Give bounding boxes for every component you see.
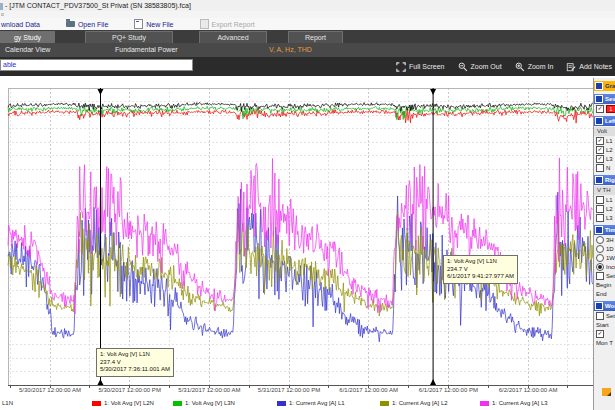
open-file-button[interactable]: Open File [66,21,108,28]
checkbox-icon[interactable]: ✓ [596,330,604,338]
time-range-3h-radio[interactable]: 3H [594,235,615,244]
radio-label: Incr [606,264,615,270]
sidebar-header-graph[interactable]: Grap [594,81,615,91]
subtab-calendar-view[interactable]: Calendar View [5,43,50,57]
checkbox-icon[interactable]: ✓ [596,155,604,163]
checkbox-icon[interactable] [596,272,604,280]
working-set-checkbox[interactable]: Set: [594,311,615,320]
checkbox-label: Set: [606,273,615,279]
tooltip-value: 237.4 V [100,359,170,367]
left-axis-l3-checkbox[interactable]: ✓L3 [594,154,615,163]
checkbox-label: L1 [606,138,613,144]
sidebar-header-right-axis[interactable]: Righ [594,175,615,185]
checkbox-label: N [606,165,610,171]
legend-label: L1N [2,400,13,406]
section-collapse-icon[interactable] [595,176,603,184]
right-axis-l1-checkbox[interactable]: L1 [594,195,615,204]
tab-energy-study[interactable]: gy Study [0,31,55,43]
checkbox-icon[interactable] [596,196,604,204]
clipped-menu-icon: o [0,11,4,17]
subtab-v-a-hz-thd[interactable]: V, A, Hz, THD [269,43,312,57]
chart-legend: L1N1: Volt Avg [V] L2N1: Volt Avg [V] L3… [0,397,612,410]
time-series-plot[interactable] [0,76,594,388]
sidebar-header-time-frame[interactable]: Time [594,225,615,235]
time-range-1w-radio[interactable]: 1W [594,253,615,262]
time-set-checkbox[interactable]: Set: [594,271,615,280]
checkbox-label: L1 [606,197,613,203]
sidebar-panel: GrapSess✓1LeftVolt✓L1✓L2✓L3NRighV THL1L2… [594,81,615,347]
subtab-fundamental-power[interactable]: Fundamental Power [115,43,178,57]
sidebar-header-sessions[interactable]: Sess [594,94,615,104]
left-axis-l2-checkbox[interactable]: ✓L2 [594,145,615,154]
right-axis-l2-checkbox[interactable]: L2 [594,204,615,213]
legend-swatch [480,401,489,406]
legend-item[interactable]: 1: Current Avg [A] L1 [277,400,345,406]
section-collapse-icon[interactable] [595,82,603,90]
radio-icon[interactable] [596,254,604,262]
legend-swatch [173,401,182,406]
add-notes-icon [566,62,576,72]
tooltip-timestamp: 5/30/2017 7:36:11.001 AM [100,366,170,374]
tab-advanced[interactable]: Advanced [199,31,267,43]
radio-label: 3H [606,237,614,243]
section-collapse-icon[interactable] [595,117,603,125]
export-report-button[interactable]: Export Report [200,19,255,29]
legend-swatch [277,401,286,406]
time-range-incr-radio[interactable]: Incr [594,262,615,271]
sidebar-header-working-hours[interactable]: Work [594,301,615,311]
main-tab-bar: gy Study PQ+ Study Advanced Report [0,30,615,43]
download-data-button[interactable]: wnload Data [1,21,40,28]
new-file-button[interactable]: New File [134,19,173,29]
right-axis-l3-checkbox[interactable]: L3 [594,213,615,222]
legend-item[interactable]: 1: Current Avg [A] L3 [480,400,548,406]
legend-swatch [380,401,389,406]
note-marker-icon[interactable] [602,388,611,396]
left-axis-l1-checkbox[interactable]: ✓L1 [594,136,615,145]
checkbox-icon[interactable]: ✓ [596,146,604,154]
session-1-checkbox[interactable]: ✓1 [594,104,615,113]
checkbox-label: L2 [606,147,613,153]
working-days-checkbox[interactable]: ✓ [594,329,615,338]
zoom-out-button[interactable]: Zoom Out [458,62,502,72]
title-bar: - [JTM CONTACT_PDV37500_St Privat (SN 38… [0,0,615,11]
x-axis-label: 6/2/2017 12:00:00 AM [499,387,558,393]
section-title: Work [605,303,615,309]
tab-report[interactable]: Report [288,31,343,43]
left-axis-n-checkbox[interactable]: N [594,163,615,172]
zoom-in-label: Zoom In [528,63,554,70]
legend-item[interactable]: 1: Volt Avg [V] L2N [92,400,154,406]
tab-pq-study[interactable]: PQ+ Study [85,31,173,43]
full-screen-button[interactable]: Full Screen [396,62,444,72]
radio-icon[interactable] [596,236,604,244]
section-title: Grap [605,83,615,89]
add-notes-button[interactable]: Add Notes [566,62,612,72]
checkbox-icon[interactable] [596,164,604,172]
checkbox-icon[interactable]: ✓ [596,137,604,145]
table-view-selector[interactable]: able [0,59,193,71]
tooltip-value: 234.7 V [447,266,514,274]
legend-label: 1: Current Avg [A] L1 [289,400,345,406]
add-notes-label: Add Notes [579,63,612,70]
x-axis-label: 5/31/2017 12:00:00 PM [258,387,320,393]
legend-item[interactable]: 1: Current Avg [A] L2 [380,400,448,406]
section-collapse-icon[interactable] [595,226,603,234]
zoom-in-button[interactable]: Zoom In [515,62,554,72]
section-collapse-icon[interactable] [595,95,603,103]
sidebar-header-left-axis[interactable]: Left [594,116,615,126]
full-screen-label: Full Screen [409,63,444,70]
radio-icon[interactable] [596,263,604,271]
session-color-swatch: 1 [606,105,615,113]
checkbox-icon[interactable] [596,312,604,320]
checkbox-label: L2 [606,206,613,212]
time-range-1d-radio[interactable]: 1D [594,244,615,253]
tooltip-series-name: 1: Volt Avg [V] L1N [447,258,514,266]
radio-icon[interactable] [596,245,604,253]
checkbox-icon[interactable] [596,205,604,213]
x-axis-label: 6/1/2017 12:00:00 PM [419,387,478,393]
checkbox-icon[interactable] [596,214,604,222]
tooltip-timestamp: 6/1/2017 9:41:27.977 AM [447,273,514,281]
section-collapse-icon[interactable] [595,302,603,310]
legend-item[interactable]: L1N [2,400,13,406]
checkbox-icon[interactable]: ✓ [596,105,604,113]
legend-item[interactable]: 1: Volt Avg [V] L3N [173,400,235,406]
